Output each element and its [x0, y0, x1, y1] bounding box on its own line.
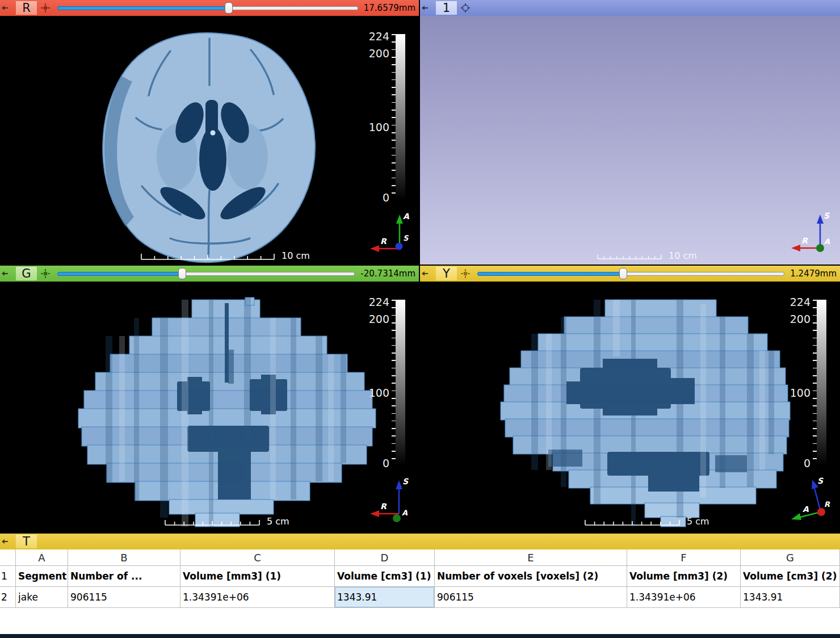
column-letter[interactable]: B [68, 549, 180, 566]
pin-icon[interactable] [1, 4, 9, 12]
column-letter[interactable]: C [180, 549, 335, 566]
orientation-axes: S R A [788, 210, 832, 262]
slice-offset-slider[interactable] [57, 267, 355, 280]
svg-text:A: A [403, 212, 409, 221]
slice-offset-value: 1.2479mm [790, 268, 838, 279]
table-view: T A B C D E F G 1 Segment Number of ... … [0, 534, 840, 634]
header-cell[interactable]: Segment [16, 566, 68, 587]
header-cell[interactable]: Volume [cm3] (2) [741, 566, 840, 587]
crosshair-icon[interactable] [40, 3, 51, 13]
coronal-slice-canvas[interactable]: 224 200 100 0 5 cm [0, 282, 419, 530]
corner-cell[interactable] [0, 549, 16, 566]
slice-offset-value: 17.6579mm [364, 3, 417, 13]
data-cell[interactable]: 1.34391e+06 [627, 587, 741, 608]
scale-ruler: 10 cm [141, 250, 310, 261]
slicer-layout: R 17.6579mm [0, 0, 840, 638]
view-label-red[interactable]: R [16, 1, 37, 15]
column-letter-row: A B C D E F G [0, 549, 840, 566]
ruler-label: 5 cm [267, 516, 289, 527]
pin-icon[interactable] [1, 538, 9, 545]
orientation-axes: S R A [367, 476, 411, 528]
svg-text:R: R [801, 236, 808, 245]
row-number[interactable]: 2 [0, 587, 16, 608]
red-slice-controller-bar: R 17.6579mm [0, 0, 419, 16]
pin-icon[interactable] [421, 4, 429, 12]
table-data-row: 2 jake 906115 1.34391e+06 1343.91 906115… [0, 587, 840, 608]
svg-text:S: S [402, 477, 409, 486]
table-controller-bar: T [0, 534, 840, 549]
crosshair-icon[interactable] [460, 3, 471, 13]
pin-icon[interactable] [1, 270, 9, 278]
header-cell[interactable]: Number of ... [68, 566, 180, 587]
red-slice-view: R 17.6579mm [0, 0, 419, 265]
green-slice-view: G -20.7314mm [0, 266, 419, 530]
data-cell[interactable]: 1.34391e+06 [180, 587, 335, 608]
pin-icon[interactable] [421, 270, 429, 278]
yellow-slice-controller-bar: Y 1.2479mm [420, 266, 840, 282]
data-cell[interactable]: 906115 [68, 587, 180, 608]
threed-canvas[interactable]: 10 cm S R A [420, 16, 840, 265]
header-cell[interactable]: Volume [cm3] (1) [335, 566, 435, 587]
view-label-green[interactable]: G [16, 267, 37, 280]
view-label-3d[interactable]: 1 [436, 1, 457, 15]
slice-offset-slider[interactable] [477, 267, 784, 280]
svg-text:S: S [817, 476, 824, 485]
svg-text:R: R [380, 502, 387, 511]
column-letter[interactable]: D [335, 549, 435, 566]
scale-ruler: 5 cm [165, 516, 289, 527]
status-strip [0, 634, 840, 638]
data-cell[interactable]: 906115 [435, 587, 627, 608]
data-cell-selected[interactable]: 1343.91 [335, 587, 435, 608]
threed-view: 1 [420, 0, 840, 265]
svg-text:A: A [402, 509, 408, 517]
slice-offset-value: -20.7314mm [360, 268, 417, 279]
column-letter[interactable]: G [741, 549, 840, 566]
data-cell-segment[interactable]: jake [16, 587, 68, 608]
grayscale-colorbar: 224 200 100 0 [775, 300, 826, 465]
ruler-label: 5 cm [687, 516, 709, 527]
threed-controller-bar: 1 [420, 0, 840, 16]
green-slice-controller-bar: G -20.7314mm [0, 266, 419, 282]
slider-handle[interactable] [225, 2, 233, 14]
svg-text:S: S [403, 234, 409, 242]
svg-text:R: R [380, 237, 387, 246]
column-letter[interactable]: E [435, 549, 627, 566]
grayscale-colorbar: 224 200 100 0 [354, 34, 405, 200]
slider-handle[interactable] [619, 268, 627, 279]
ruler-label: 10 cm [669, 250, 697, 261]
svg-text:A: A [824, 237, 830, 246]
scale-ruler: 10 cm [597, 250, 697, 261]
table-header-row: 1 Segment Number of ... Volume [mm3] (1)… [0, 566, 840, 587]
orientation-axes: A R S [367, 210, 411, 262]
view-label-table[interactable]: T [16, 535, 37, 548]
data-cell[interactable]: 1343.91 [741, 587, 840, 608]
crosshair-icon[interactable] [40, 268, 51, 279]
svg-text:S: S [824, 211, 830, 220]
sagittal-slice-canvas[interactable]: 224 200 100 0 5 cm [420, 282, 840, 530]
axial-slice-canvas[interactable]: 224 200 100 0 10 cm [0, 16, 419, 265]
slider-handle[interactable] [178, 268, 186, 279]
slice-offset-slider[interactable] [57, 2, 358, 14]
svg-text:R: R [824, 500, 830, 509]
header-cell[interactable]: Number of voxels [voxels] (2) [435, 566, 627, 587]
column-letter[interactable]: F [627, 549, 741, 566]
grayscale-colorbar: 224 200 100 0 [354, 300, 405, 465]
column-letter[interactable]: A [16, 549, 68, 566]
header-cell[interactable]: Volume [mm3] (1) [180, 566, 335, 587]
header-cell[interactable]: Volume [mm3] (2) [627, 566, 741, 587]
yellow-slice-view: Y 1.2479mm [420, 266, 840, 530]
row-number[interactable]: 1 [0, 566, 16, 587]
svg-text:A: A [803, 505, 809, 514]
scale-ruler: 5 cm [585, 516, 709, 527]
crosshair-icon[interactable] [460, 268, 471, 279]
segment-statistics-table: A B C D E F G 1 Segment Number of ... Vo… [0, 549, 840, 608]
view-label-yellow[interactable]: Y [436, 267, 457, 280]
ruler-label: 10 cm [282, 250, 310, 261]
orientation-axes: S A R [788, 476, 832, 528]
